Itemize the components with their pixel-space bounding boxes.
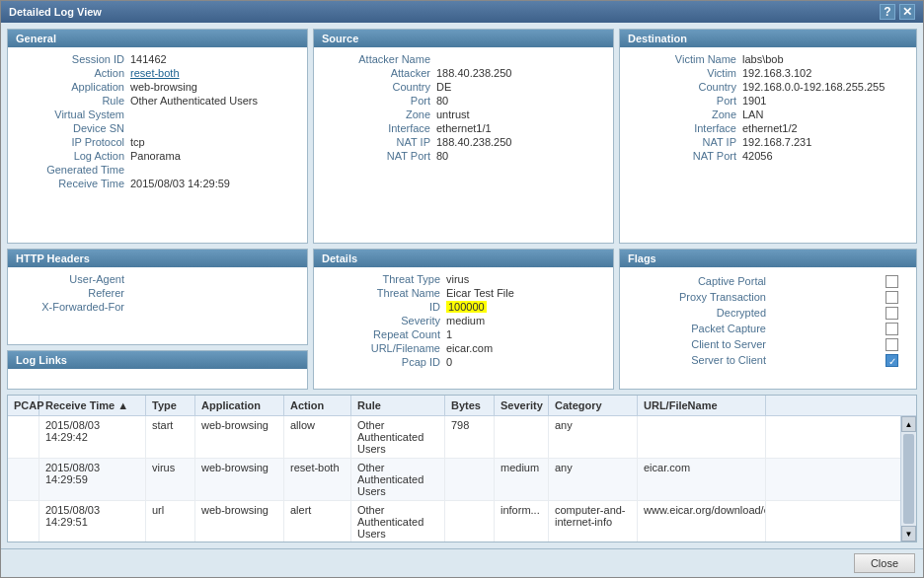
general-row-logaction: Log Action Panorama [16,150,299,162]
label-repeatcount: Repeat Count [322,328,440,340]
value-src-zone: untrust [436,108,470,120]
left-col: HTTP Headers User-Agent Referer X-Forwar… [7,249,308,390]
value-logaction: Panorama [130,150,181,162]
general-row-devsn: Device SN [16,122,299,134]
general-header: General [8,30,307,47]
general-row-sessionid: Session ID 141462 [16,53,299,65]
general-row-recvtime: Receive Time 2015/08/03 14:29:59 [16,178,299,189]
source-header: Source [314,30,613,47]
label-proto: IP Protocol [16,136,124,148]
label-src-zone: Zone [322,108,430,120]
value-dst-natport: 42056 [742,150,773,162]
td-url-3: www.eicar.org/download/eic... [638,501,766,542]
label-useragent: User-Agent [16,273,124,285]
td-cat-3: computer-and-internet-info [549,501,638,542]
dest-row-port: Port 1901 [628,95,908,107]
td-pcap-1 [8,416,39,458]
flag-row-decrypted: Decrypted [628,307,908,320]
flag-label-decrypted: Decrypted [638,307,766,319]
td-action-2: reset-both [284,459,351,500]
flags-content: Captive Portal Proxy Transaction Decrypt… [620,267,916,376]
value-severity: medium [446,315,485,326]
value-id: 100000 [446,301,487,313]
td-rule-2: Other Authenticated Users [351,459,445,500]
general-row-vs: Virtual System [16,108,299,120]
value-urlfile: eicar.com [446,342,493,354]
general-row-app: Application web-browsing [16,81,299,93]
td-pcap-2 [8,459,39,500]
label-app: Application [16,81,124,93]
value-src-iface: ethernet1/1 [436,122,492,134]
value-pcapid: 0 [446,356,452,368]
checkbox-proxytrans[interactable] [886,291,898,304]
general-row-proto: IP Protocol tcp [16,136,299,148]
value-dst-port: 1901 [742,95,766,107]
http-headers-panel: HTTP Headers User-Agent Referer X-Forwar… [7,249,308,345]
td-bytes-1: 798 [445,416,495,458]
source-row-natport: NAT Port 80 [322,150,605,162]
checkbox-decrypted[interactable] [886,307,898,320]
scrollbar-up-arrow[interactable]: ▲ [901,416,916,432]
flag-label-captiveportal: Captive Portal [638,275,766,287]
value-action[interactable]: reset-both [130,67,180,79]
td-app-1: web-browsing [195,416,284,458]
td-app-2: web-browsing [195,459,284,500]
source-content: Attacker Name Attacker 188.40.238.250 Co… [314,47,613,170]
table-body-wrapper: 2015/08/03 14:29:42 start web-browsing a… [8,416,916,542]
label-dst-natport: NAT Port [628,150,736,162]
destination-content: Victim Name labs\bob Victim 192.168.3.10… [620,47,916,170]
scrollbar-down-arrow[interactable]: ▼ [901,526,916,542]
value-rule: Other Authenticated Users [130,95,258,107]
td-time-2: 2015/08/03 14:29:59 [39,459,146,500]
help-icon[interactable]: ? [880,4,895,20]
value-app: web-browsing [130,81,197,93]
title-bar-icons: ? ✕ [880,4,915,20]
td-type-3: url [146,501,195,542]
table-row[interactable]: 2015/08/03 14:29:42 start web-browsing a… [8,416,900,459]
value-atk: 188.40.238.250 [436,67,511,79]
table-row[interactable]: 2015/08/03 14:29:59 virus web-browsing r… [8,459,900,501]
http-header: HTTP Headers [8,250,307,267]
title-bar: Detailed Log View ? ✕ [1,1,923,23]
flag-label-servertoclient: Server to Client [638,354,766,366]
label-action: Action [16,67,124,79]
value-sessionid: 141462 [130,53,167,65]
details-header: Details [314,250,613,267]
source-row-zone: Zone untrust [322,108,605,120]
label-referer: Referer [16,287,124,299]
dest-row-iface: Interface ethernet1/2 [628,122,908,134]
label-threattype: Threat Type [322,273,440,285]
value-victim: 192.168.3.102 [742,67,811,79]
td-app-3: web-browsing [195,501,284,542]
label-src-natip: NAT IP [322,136,430,148]
th-rule: Rule [351,396,445,415]
td-url-1 [638,416,766,458]
td-sev-1 [495,416,549,458]
top-panels: General Session ID 141462 Action reset-b… [7,29,917,244]
label-rule: Rule [16,95,124,107]
flag-label-packetcapture: Packet Capture [638,323,766,334]
close-button[interactable]: Close [854,553,915,573]
checkbox-servertoclient[interactable] [886,354,898,367]
dest-row-victim: Victim 192.168.3.102 [628,67,908,79]
checkbox-captiveportal[interactable] [886,275,898,288]
label-id: ID [322,301,440,313]
label-recvtime: Receive Time [16,178,124,189]
flags-panel: Flags Captive Portal Proxy Transaction D… [619,249,917,390]
td-action-1: allow [284,416,351,458]
table-scrollbar[interactable]: ▲ ▼ [900,416,916,542]
checkbox-clienttoserver[interactable] [886,338,898,351]
td-cat-2: any [549,459,638,500]
general-row-gentime: Generated Time [16,164,299,176]
log-table: PCAP Receive Time ▲ Type Application Act… [7,395,917,542]
label-dst-natip: NAT IP [628,136,736,148]
scrollbar-thumb[interactable] [903,434,914,524]
th-time[interactable]: Receive Time ▲ [39,396,146,415]
dest-row-country: Country 192.168.0.0-192.168.255.255 [628,81,908,93]
table-row[interactable]: 2015/08/03 14:29:51 url web-browsing ale… [8,501,900,542]
table-header-row: PCAP Receive Time ▲ Type Application Act… [8,396,916,416]
window-close-icon[interactable]: ✕ [899,4,915,20]
details-row-id: ID 100000 [322,301,605,313]
td-type-2: virus [146,459,195,500]
checkbox-packetcapture[interactable] [886,323,898,335]
